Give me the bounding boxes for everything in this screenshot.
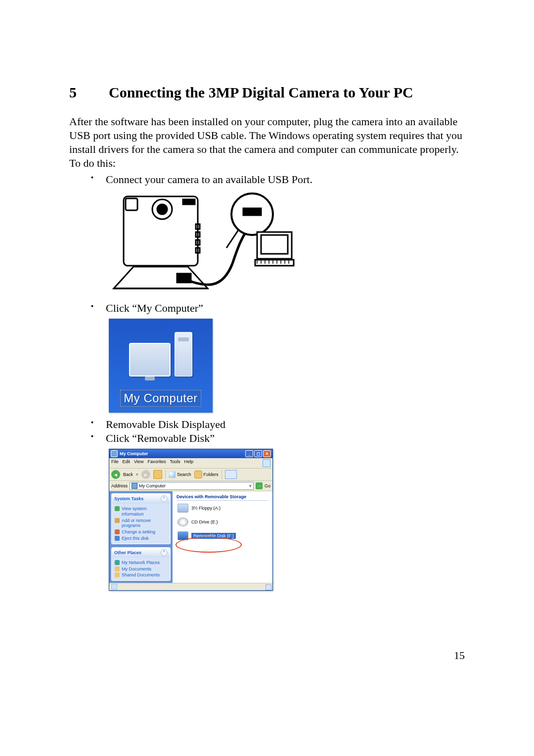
- camera-to-pc-illustration: [109, 189, 297, 296]
- svg-rect-15: [261, 235, 288, 254]
- section-heading: 5Connecting the 3MP Digital Camera to Yo…: [69, 84, 470, 101]
- drive-cd[interactable]: CD Drive (E:): [178, 518, 267, 526]
- go-label: Go: [265, 483, 270, 488]
- folder-icon: [115, 567, 120, 571]
- intro-paragraph: After the software has been installed on…: [69, 115, 470, 171]
- explorer-content: Devices with Removable Storage 3½ Floppy…: [173, 491, 272, 583]
- drive-removable[interactable]: Removable Disk (F:): [178, 531, 267, 540]
- folders-icon: [194, 471, 202, 478]
- svg-rect-10: [177, 274, 191, 283]
- menu-view[interactable]: View: [134, 459, 143, 467]
- floppy-icon: [178, 504, 188, 513]
- menu-help[interactable]: Help: [184, 459, 193, 467]
- svg-line-13: [226, 230, 238, 248]
- task-eject-disk[interactable]: Eject this disk: [115, 535, 167, 542]
- pane-system-title: System Tasks: [114, 496, 143, 501]
- place-my-documents[interactable]: My Documents: [115, 566, 167, 572]
- up-button[interactable]: [153, 470, 162, 479]
- back-label: Back: [123, 472, 133, 477]
- place-network[interactable]: My Network Places: [115, 560, 167, 566]
- menu-tools[interactable]: Tools: [170, 459, 180, 467]
- explorer-title-icon: [111, 450, 118, 457]
- close-button[interactable]: ×: [263, 450, 271, 457]
- pane-other-places: Other Places ˄ My Network Places My Docu…: [111, 547, 171, 581]
- chevron-up-icon[interactable]: ˄: [161, 495, 168, 502]
- figure-explorer-window: My Computer _ ◻ × File Edit View Favorit…: [109, 449, 273, 591]
- page-number: 15: [454, 649, 465, 662]
- svg-point-3: [157, 204, 167, 214]
- my-computer-label: My Computer: [120, 390, 201, 407]
- tower-icon: [175, 332, 192, 377]
- info-icon: [115, 506, 120, 511]
- minimize-button[interactable]: _: [245, 450, 253, 457]
- address-icon: [132, 483, 137, 489]
- explorer-title: My Computer: [120, 451, 148, 456]
- section-number: 5: [69, 84, 109, 101]
- search-icon: [169, 471, 176, 478]
- explorer-titlebar: My Computer _ ◻ ×: [109, 449, 272, 458]
- explorer-addressbar: Address My Computer ▾ → Go: [109, 481, 272, 491]
- step-click-removable: Click “Removable Disk”: [91, 431, 470, 446]
- network-icon: [115, 560, 120, 565]
- views-button[interactable]: [225, 470, 237, 479]
- chevron-up-icon[interactable]: ˄: [161, 549, 168, 556]
- step-click-my-computer: Click “My Computer”: [91, 301, 470, 316]
- removable-disk-icon: [178, 531, 188, 540]
- folders-button[interactable]: Folders: [194, 471, 219, 478]
- svg-rect-1: [126, 198, 137, 210]
- folder-icon: [115, 572, 120, 577]
- place-shared-documents[interactable]: Shared Documents: [115, 572, 167, 578]
- step-removable-displayed: Removable Disk Displayed: [91, 418, 470, 432]
- task-change-setting[interactable]: Change a setting: [115, 529, 167, 535]
- figure-my-computer-icon: My Computer: [109, 319, 213, 413]
- svg-rect-4: [183, 199, 195, 204]
- address-label: Address: [111, 483, 128, 488]
- cd-icon: [178, 518, 188, 526]
- task-view-system-info[interactable]: View system information: [115, 506, 167, 518]
- explorer-sidebar: System Tasks ˄ View system information A…: [109, 491, 173, 583]
- eject-icon: [115, 536, 120, 541]
- svg-rect-12: [243, 208, 261, 215]
- address-field[interactable]: My Computer ▾: [130, 482, 254, 490]
- step-connect-usb: Connect your camera to an available USB …: [91, 173, 470, 187]
- menu-file[interactable]: File: [111, 459, 119, 467]
- task-add-remove[interactable]: Add or remove programs: [115, 518, 167, 529]
- explorer-menubar: File Edit View Favorites Tools Help: [109, 458, 272, 469]
- maximize-button[interactable]: ◻: [254, 450, 262, 457]
- monitor-icon: [129, 343, 171, 377]
- group-removable-storage: Devices with Removable Storage: [177, 494, 268, 501]
- address-value: My Computer: [139, 483, 166, 488]
- pane-system-tasks: System Tasks ˄ View system information A…: [111, 493, 171, 544]
- menu-edit[interactable]: Edit: [123, 459, 131, 467]
- pane-other-title: Other Places: [114, 550, 141, 555]
- box-icon: [115, 518, 120, 523]
- forward-button[interactable]: ►: [141, 470, 150, 479]
- status-icon: [111, 584, 117, 590]
- scroll-right-icon[interactable]: [266, 584, 271, 590]
- search-button[interactable]: Search: [169, 471, 191, 478]
- go-button[interactable]: →: [256, 482, 263, 489]
- menu-favorites[interactable]: Favorites: [147, 459, 166, 467]
- control-icon: [115, 529, 120, 534]
- back-button[interactable]: ◄: [111, 470, 120, 479]
- figure-camera-to-pc: [109, 189, 297, 296]
- throbber-icon: [263, 459, 270, 467]
- address-dropdown-icon[interactable]: ▾: [249, 483, 252, 488]
- explorer-statusbar: [109, 583, 272, 590]
- explorer-toolbar: ◄ Back ▾ ► Search Folders: [109, 469, 272, 481]
- drive-floppy[interactable]: 3½ Floppy (A:): [178, 504, 267, 513]
- section-title: Connecting the 3MP Digital Camera to You…: [109, 84, 413, 100]
